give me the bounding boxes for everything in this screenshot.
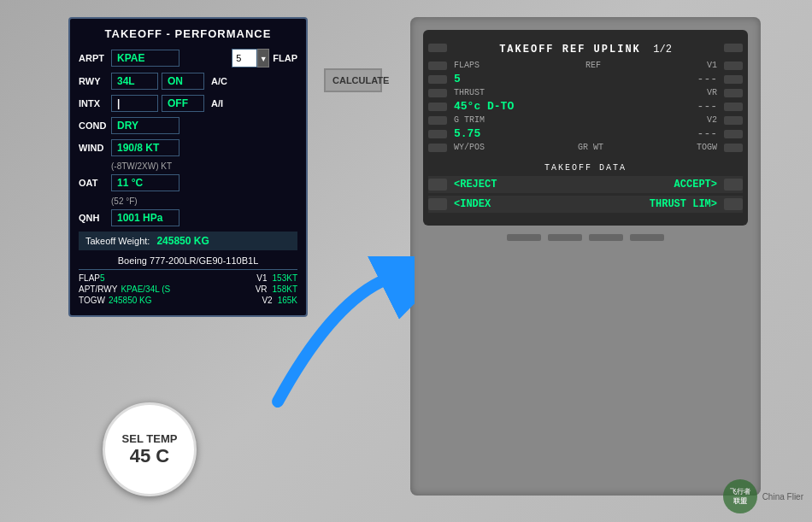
lsk-reject[interactable] — [428, 179, 447, 191]
cond-label: COND — [79, 120, 111, 131]
sel-temp-label: SEL TEMP — [122, 432, 178, 445]
lsk-accept[interactable] — [724, 179, 743, 191]
grwt-label: GR WT — [578, 143, 603, 152]
mcdu-title-row: TAKEOFF REF UPLINK 1/2 — [428, 40, 743, 56]
mcdu-row-flaps-label: FLAPS REF V1 — [428, 61, 743, 70]
flaps-label-row: FLAPS REF V1 — [447, 61, 724, 70]
mcdu-row-thrust-label: THRUST VR — [428, 88, 743, 97]
qnh-row: QNH 1001 HPa — [79, 209, 297, 226]
separator — [428, 155, 743, 160]
rwy-label: RWY — [79, 76, 111, 86]
right-panel: TAKEOFF REF UPLINK 1/2 FLAPS REF V1 5 --… — [410, 17, 761, 496]
result-apt-row: APT/RWY KPAE/34L (S VR 158KT — [79, 284, 297, 294]
result-vr-label: VR — [256, 284, 268, 294]
rwy-row: RWY 34L ON A/C — [79, 73, 297, 90]
lsk-index[interactable] — [428, 198, 447, 210]
cond-value: DRY — [111, 117, 179, 134]
left-panel: TAKEOFF - PERFORMANCE ARPT KPAE ▼ FLAP R… — [68, 17, 308, 317]
lsk-l1[interactable] — [428, 44, 447, 52]
lsk-r7[interactable] — [724, 130, 743, 138]
flap-input[interactable] — [232, 49, 257, 67]
qnh-value: 1001 HPa — [111, 209, 179, 226]
lsk-r2[interactable] — [724, 62, 743, 70]
v2-label: V2 — [707, 115, 717, 125]
mcdu-row-thrust-val: 45°c D-TO --- — [428, 100, 743, 113]
lsk-l2[interactable] — [428, 62, 447, 70]
mcdu-index-thrust-row: <INDEX THRUST LIM> — [428, 196, 743, 213]
wypos-label: WY/POS — [454, 143, 485, 152]
flaps-value: 5 — [454, 73, 461, 85]
wind-row: WIND 190/8 KT — [79, 139, 297, 156]
bottom-btn-3[interactable] — [589, 234, 623, 241]
lsk-r6[interactable] — [724, 116, 743, 125]
eng-value: ON — [162, 73, 204, 90]
flaps-label: FLAPS — [454, 61, 480, 70]
calculate-button[interactable]: CALCULATE — [324, 68, 382, 92]
rwy-value: 34L — [111, 73, 158, 90]
wind-value: 190/8 KT — [111, 139, 179, 156]
ref-label: REF — [585, 61, 601, 70]
bottom-btn-4[interactable] — [630, 234, 664, 241]
trim-value: 5.75 — [454, 127, 480, 140]
trim-label-row: G TRIM V2 — [447, 115, 724, 125]
result-v1-value: 153KT — [273, 273, 297, 283]
lsk-l4[interactable] — [428, 89, 447, 97]
mcdu-row-flaps-val: 5 --- — [428, 73, 743, 85]
sel-temp-value: 45 C — [130, 445, 169, 467]
result-togw-label: TOGW — [79, 296, 105, 305]
togw-label: TOGW — [697, 143, 717, 152]
reject-accept-content: <REJECT ACCEPT> — [447, 179, 724, 191]
accept-label: ACCEPT> — [674, 179, 717, 191]
lsk-r1[interactable] — [724, 44, 743, 52]
index-label: <INDEX — [454, 198, 491, 210]
lsk-l7[interactable] — [428, 130, 447, 138]
watermark: 飞行者联盟 China Flier — [723, 479, 803, 513]
logo-circle: 飞行者联盟 — [723, 479, 757, 513]
oat-label: OAT — [79, 178, 111, 188]
intx-label: INTX — [79, 98, 111, 109]
bottom-btn-2[interactable] — [548, 234, 582, 241]
mcdu-screen: TAKEOFF REF UPLINK 1/2 FLAPS REF V1 5 --… — [423, 30, 748, 226]
intx-row: INTX | OFF A/I — [79, 95, 297, 112]
logo-text: 飞行者联盟 — [730, 487, 750, 506]
wind-sub: (-8TW/2XW) KT — [111, 161, 297, 171]
lsk-l5[interactable] — [428, 103, 447, 111]
ai-label: A/I — [211, 98, 223, 109]
result-togw-row: TOGW 245850 KG V2 165K — [79, 296, 297, 305]
oat-value: 11 °C — [111, 174, 179, 191]
lsk-l6[interactable] — [428, 116, 447, 125]
v2-dashes: --- — [697, 127, 717, 140]
bottom-btn-1[interactable] — [507, 234, 541, 241]
thrust-lim-label: THRUST LIM> — [650, 198, 717, 210]
lsk-l8[interactable] — [428, 144, 447, 152]
weight-value: 245850 KG — [156, 235, 209, 247]
mcdu-row-trim-label: G TRIM V2 — [428, 115, 743, 125]
qnh-label: QNH — [79, 213, 111, 223]
mcdu-title-text: TAKEOFF REF UPLINK — [499, 44, 641, 56]
result-flap-row: FLAP 5 V1 153KT — [79, 273, 297, 283]
lsk-l3[interactable] — [428, 75, 447, 84]
lsk-thrust-lim[interactable] — [724, 198, 743, 210]
thrust-val-row: 45°c D-TO --- — [447, 100, 724, 113]
thrust-label-row: THRUST VR — [447, 88, 724, 97]
lsk-r3[interactable] — [724, 75, 743, 84]
result-apt-label: APT/RWY — [79, 284, 117, 294]
reject-label: <REJECT — [454, 179, 497, 191]
result-v2-label: V2 — [262, 296, 272, 305]
mcdu-row-wypos: WY/POS GR WT TOGW — [428, 143, 743, 152]
cond-row: COND DRY — [79, 117, 297, 134]
result-togw-value: 245850 KG — [109, 296, 152, 305]
ref-dashes: --- — [697, 73, 717, 85]
vr-label: VR — [707, 88, 717, 97]
lsk-r4[interactable] — [724, 89, 743, 97]
mcdu-reject-accept-row: <REJECT ACCEPT> — [428, 176, 743, 193]
watermark-text: China Flier — [762, 492, 803, 501]
index-thrust-content: <INDEX THRUST LIM> — [447, 198, 724, 210]
lsk-r5[interactable] — [724, 103, 743, 111]
vr-dashes: --- — [697, 100, 717, 113]
mcdu-page: 1/2 — [653, 44, 672, 56]
lsk-r8[interactable] — [724, 144, 743, 152]
mcdu-row-trim-val: 5.75 --- — [428, 127, 743, 140]
oat-sub: (52 °F) — [111, 196, 297, 206]
result-apt-value: KPAE/34L (S — [121, 284, 170, 294]
